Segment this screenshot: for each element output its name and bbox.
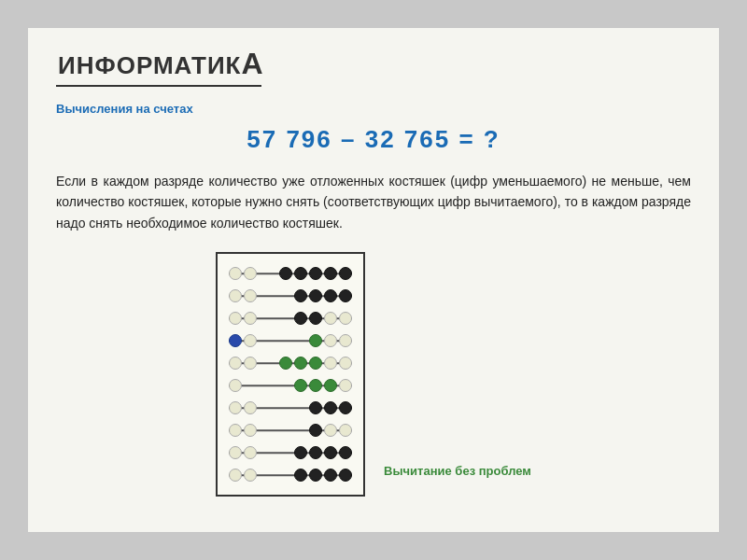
- bead: [324, 267, 337, 280]
- bead: [309, 334, 322, 347]
- bead: [244, 424, 257, 437]
- bead: [309, 357, 322, 370]
- bead: [244, 289, 257, 302]
- bead: [309, 289, 322, 302]
- bead: [229, 379, 242, 392]
- abacus-section: Вычитание без проблем: [56, 252, 691, 497]
- bead: [309, 267, 322, 280]
- bead-row: [229, 289, 352, 302]
- bead: [339, 312, 352, 325]
- bead: [244, 446, 257, 459]
- logo-text: ИНФОРМАТИКА: [58, 47, 264, 81]
- bead-row: [229, 446, 352, 459]
- abacus-row: [229, 442, 352, 463]
- bead: [229, 334, 242, 347]
- main-card: ИНФОРМАТИКА Вычисления на счетах 57 796 …: [28, 28, 719, 532]
- bead-row: [229, 469, 352, 482]
- bead: [229, 289, 242, 302]
- bead: [244, 334, 257, 347]
- bead: [244, 267, 257, 280]
- bead: [324, 401, 337, 414]
- bead: [294, 446, 307, 459]
- logo-area: ИНФОРМАТИКА: [56, 47, 261, 87]
- bead: [324, 334, 337, 347]
- bead: [324, 289, 337, 302]
- abacus-row: [229, 263, 352, 284]
- bead: [339, 446, 352, 459]
- bead: [324, 469, 337, 482]
- bead: [324, 446, 337, 459]
- description: Если в каждом разряде количество уже отл…: [56, 171, 691, 233]
- bead: [324, 312, 337, 325]
- bead: [309, 469, 322, 482]
- logo-main: ИНФОРМАТИК: [58, 51, 241, 79]
- bead-row: [229, 379, 352, 392]
- bead: [294, 289, 307, 302]
- bead: [244, 469, 257, 482]
- bead-row: [229, 267, 352, 280]
- bead: [229, 401, 242, 414]
- bead: [309, 424, 322, 437]
- bead: [244, 312, 257, 325]
- bead: [294, 357, 307, 370]
- bead: [339, 267, 352, 280]
- bead: [339, 334, 352, 347]
- logo-a: А: [241, 47, 263, 80]
- bead: [229, 357, 242, 370]
- abacus-row: [229, 308, 352, 329]
- bead: [244, 357, 257, 370]
- bead: [229, 424, 242, 437]
- abacus-row: [229, 375, 352, 396]
- abacus: [216, 252, 365, 497]
- bead: [229, 469, 242, 482]
- bead-row: [229, 357, 352, 370]
- bead: [244, 401, 257, 414]
- bead: [229, 312, 242, 325]
- abacus-row: [229, 465, 352, 485]
- bead: [309, 446, 322, 459]
- bead-row: [229, 424, 352, 437]
- bead: [309, 401, 322, 414]
- abacus-row: [229, 353, 352, 373]
- bead: [339, 379, 352, 392]
- abacus-row: [229, 286, 352, 306]
- bead: [324, 424, 337, 437]
- bead: [339, 289, 352, 302]
- bead-row: [229, 401, 352, 414]
- bead: [339, 469, 352, 482]
- bead: [294, 312, 307, 325]
- bead: [339, 357, 352, 370]
- bead: [294, 267, 307, 280]
- bead: [339, 424, 352, 437]
- bead-row: [229, 334, 352, 347]
- abacus-row: [229, 398, 352, 418]
- bead: [279, 267, 292, 280]
- bead: [339, 401, 352, 414]
- abacus-row: [229, 420, 352, 441]
- bead: [279, 357, 292, 370]
- bead: [324, 357, 337, 370]
- bead: [229, 267, 242, 280]
- bead: [309, 312, 322, 325]
- bead: [324, 379, 337, 392]
- bead: [294, 379, 307, 392]
- bead: [229, 446, 242, 459]
- abacus-caption: Вычитание без проблем: [384, 464, 531, 478]
- bead: [309, 379, 322, 392]
- subtitle: Вычисления на счетах: [56, 102, 691, 116]
- equation: 57 796 – 32 765 = ?: [56, 125, 691, 154]
- abacus-row: [229, 330, 352, 351]
- bead: [294, 469, 307, 482]
- bead-row: [229, 312, 352, 325]
